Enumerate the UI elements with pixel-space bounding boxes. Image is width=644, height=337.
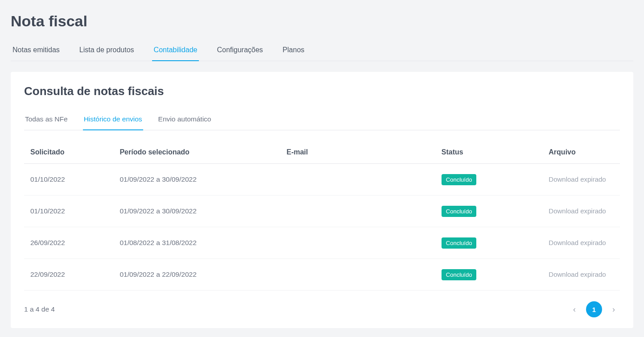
download-expired: Download expirado — [549, 207, 606, 215]
pagination-page-1[interactable]: 1 — [586, 301, 602, 317]
main-tabs: Notas emitidas Lista de produtos Contabi… — [11, 41, 633, 61]
pagination: ‹ 1 › — [568, 301, 620, 317]
email-redacted — [286, 204, 380, 216]
history-table: Solicitado Período selecionado E-mail St… — [24, 141, 620, 291]
cell-status: Concluído — [435, 164, 542, 196]
status-badge: Concluído — [442, 206, 477, 217]
status-badge: Concluído — [442, 269, 477, 280]
cell-periodo: 01/09/2022 a 22/09/2022 — [113, 259, 280, 291]
th-arquivo: Arquivo — [542, 141, 620, 164]
cell-arquivo: Download expirado — [542, 259, 620, 291]
th-email: E-mail — [280, 141, 435, 164]
download-expired: Download expirado — [549, 239, 606, 246]
cell-periodo: 01/09/2022 a 30/09/2022 — [113, 164, 280, 196]
table-row: 01/10/2022 01/09/2022 a 30/09/2022 Concl… — [24, 196, 620, 227]
cell-periodo: 01/09/2022 a 30/09/2022 — [113, 196, 280, 227]
cell-solicitado: 22/09/2022 — [24, 259, 113, 291]
email-redacted — [286, 173, 380, 184]
subtab-todas-nfe[interactable]: Todas as NFe — [24, 111, 69, 130]
page-title: Nota fiscal — [11, 12, 633, 30]
cell-email — [280, 164, 435, 196]
status-badge: Concluído — [442, 237, 477, 249]
th-periodo: Período selecionado — [113, 141, 280, 164]
pagination-prev[interactable]: ‹ — [568, 303, 581, 316]
pagination-next[interactable]: › — [607, 303, 620, 316]
table-row: 26/09/2022 01/08/2022 a 31/08/2022 Concl… — [24, 227, 620, 259]
cell-email — [280, 259, 435, 291]
cell-periodo: 01/08/2022 a 31/08/2022 — [113, 227, 280, 259]
th-status: Status — [435, 141, 542, 164]
tab-contabilidade[interactable]: Contabilidade — [152, 41, 199, 61]
cell-arquivo: Download expirado — [542, 164, 620, 196]
cell-solicitado: 01/10/2022 — [24, 196, 113, 227]
cell-status: Concluído — [435, 196, 542, 227]
email-redacted — [286, 268, 380, 279]
cell-email — [280, 196, 435, 227]
table-row: 01/10/2022 01/09/2022 a 30/09/2022 Concl… — [24, 164, 620, 196]
card-title: Consulta de notas fiscais — [24, 84, 620, 98]
download-expired: Download expirado — [549, 270, 606, 278]
tab-lista-de-produtos[interactable]: Lista de produtos — [78, 41, 136, 61]
table-row: 22/09/2022 01/09/2022 a 22/09/2022 Concl… — [24, 259, 620, 291]
tab-planos[interactable]: Planos — [281, 41, 306, 61]
chevron-right-icon: › — [612, 305, 615, 314]
chevron-left-icon: ‹ — [573, 305, 576, 314]
cell-solicitado: 01/10/2022 — [24, 164, 113, 196]
subtab-envio-automatico[interactable]: Envio automático — [157, 111, 212, 130]
cell-email — [280, 227, 435, 259]
cell-status: Concluído — [435, 227, 542, 259]
card-consulta: Consulta de notas fiscais Todas as NFe H… — [11, 72, 633, 328]
pagination-count: 1 a 4 de 4 — [24, 305, 55, 313]
tab-configuracoes[interactable]: Configurações — [215, 41, 264, 61]
download-expired: Download expirado — [549, 175, 606, 183]
card-footer: 1 a 4 de 4 ‹ 1 › — [24, 301, 620, 317]
cell-solicitado: 26/09/2022 — [24, 227, 113, 259]
th-solicitado: Solicitado — [24, 141, 113, 164]
subtab-historico-envios[interactable]: Histórico de envios — [83, 111, 143, 130]
cell-arquivo: Download expirado — [542, 196, 620, 227]
sub-tabs: Todas as NFe Histórico de envios Envio a… — [24, 111, 620, 130]
cell-arquivo: Download expirado — [542, 227, 620, 259]
tab-notas-emitidas[interactable]: Notas emitidas — [11, 41, 62, 61]
cell-status: Concluído — [435, 259, 542, 291]
status-badge: Concluído — [442, 174, 477, 185]
email-redacted — [286, 236, 380, 248]
